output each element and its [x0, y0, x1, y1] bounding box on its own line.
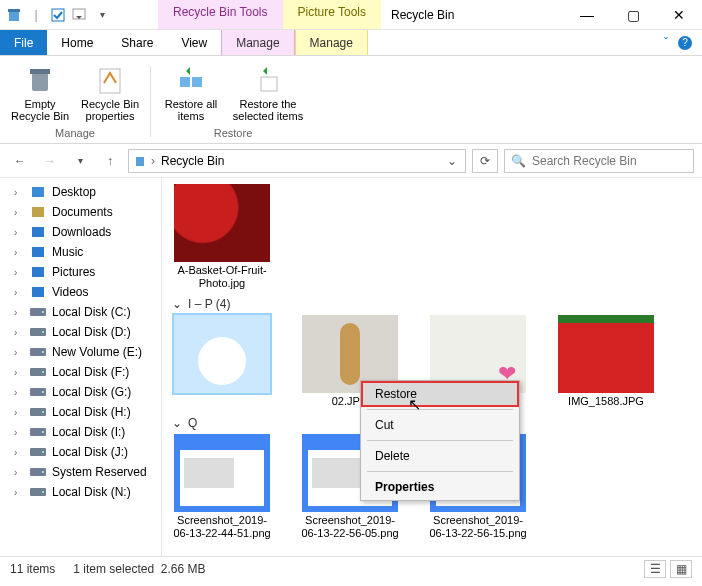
context-menu-cut[interactable]: Cut — [361, 412, 519, 438]
nav-item-desktop[interactable]: › Desktop — [0, 182, 161, 202]
nav-item-local-disk-g-[interactable]: › Local Disk (G:) — [0, 382, 161, 402]
nav-up-button[interactable]: ↑ — [98, 149, 122, 173]
nav-item-label: Local Disk (C:) — [52, 305, 131, 319]
close-button[interactable]: ✕ — [656, 0, 702, 29]
chevron-down-icon: ⌄ — [172, 416, 182, 430]
drive-icon — [30, 404, 46, 420]
qat-dropdown-icon[interactable] — [72, 7, 88, 23]
svg-rect-15 — [32, 267, 44, 277]
file-item[interactable]: IMG_1588.JPG — [556, 315, 656, 408]
maximize-button[interactable]: ▢ — [610, 0, 656, 29]
qat-separator: | — [28, 7, 44, 23]
address-dropdown-icon[interactable]: ⌄ — [443, 154, 461, 168]
view-details-button[interactable]: ☰ — [644, 560, 666, 578]
context-menu-delete[interactable]: Delete — [361, 443, 519, 469]
chevron-right-icon[interactable]: › — [14, 367, 24, 378]
properties-icon — [94, 64, 126, 96]
svg-rect-2 — [52, 9, 64, 21]
view-thumbnails-button[interactable]: ▦ — [670, 560, 692, 578]
chevron-down-icon: ⌄ — [172, 297, 182, 311]
svg-rect-5 — [30, 69, 50, 74]
chevron-right-icon[interactable]: › — [14, 227, 24, 238]
nav-item-local-disk-i-[interactable]: › Local Disk (I:) — [0, 422, 161, 442]
context-tab-picture: Picture Tools — [283, 0, 381, 29]
nav-item-label: Local Disk (I:) — [52, 425, 125, 439]
chevron-right-icon[interactable]: › — [14, 247, 24, 258]
nav-item-label: System Reserved — [52, 465, 147, 479]
svg-point-34 — [42, 471, 44, 473]
file-item[interactable]: Screenshot_2019-06-13-22-44-51.png — [172, 434, 272, 539]
nav-item-label: Desktop — [52, 185, 96, 199]
tab-view[interactable]: View — [167, 30, 221, 55]
chevron-right-icon[interactable]: › — [14, 347, 24, 358]
context-menu[interactable]: Restore Cut Delete Properties — [360, 380, 520, 501]
svg-rect-7 — [180, 77, 190, 87]
chevron-right-icon[interactable]: › — [14, 467, 24, 478]
restore-all-icon — [175, 64, 207, 96]
file-caption: Screenshot_2019-06-13-22-56-05.png — [300, 514, 400, 539]
nav-item-local-disk-n-[interactable]: › Local Disk (N:) — [0, 482, 161, 502]
search-input[interactable] — [532, 154, 687, 168]
nav-item-system-reserved[interactable]: › System Reserved — [0, 462, 161, 482]
nav-item-downloads[interactable]: › Downloads — [0, 222, 161, 242]
nav-item-local-disk-j-[interactable]: › Local Disk (J:) — [0, 442, 161, 462]
nav-item-label: Local Disk (H:) — [52, 405, 131, 419]
nav-recent-button[interactable]: ▾ — [68, 149, 92, 173]
svg-rect-16 — [32, 287, 44, 297]
group-header[interactable]: ⌄ I – P (4) — [172, 297, 692, 311]
nav-item-label: Local Disk (N:) — [52, 485, 131, 499]
chevron-right-icon[interactable]: › — [14, 407, 24, 418]
tab-file[interactable]: File — [0, 30, 47, 55]
nav-item-new-volume-e-[interactable]: › New Volume (E:) — [0, 342, 161, 362]
address-bar[interactable]: › Recycle Bin ⌄ — [128, 149, 466, 173]
svg-rect-14 — [32, 247, 44, 257]
tab-share[interactable]: Share — [107, 30, 167, 55]
nav-item-documents[interactable]: › Documents — [0, 202, 161, 222]
nav-item-local-disk-d-[interactable]: › Local Disk (D:) — [0, 322, 161, 342]
search-box[interactable]: 🔍 — [504, 149, 694, 173]
file-item[interactable]: A-Basket-Of-Fruit-Photo.jpg — [172, 184, 272, 289]
qat-customize-icon[interactable]: ▾ — [94, 7, 110, 23]
nav-item-label: Local Disk (G:) — [52, 385, 131, 399]
minimize-button[interactable]: ― — [564, 0, 610, 29]
recycle-bin-properties-button[interactable]: Recycle Bin properties — [78, 62, 142, 124]
music-icon — [30, 244, 46, 260]
chevron-right-icon[interactable]: › — [14, 287, 24, 298]
file-item[interactable] — [172, 315, 272, 408]
search-icon: 🔍 — [511, 154, 526, 168]
nav-item-local-disk-h-[interactable]: › Local Disk (H:) — [0, 402, 161, 422]
chevron-right-icon[interactable]: › — [14, 387, 24, 398]
empty-recycle-bin-button[interactable]: Empty Recycle Bin — [8, 62, 72, 124]
nav-item-pictures[interactable]: › Pictures — [0, 262, 161, 282]
nav-forward-button[interactable]: → — [38, 149, 62, 173]
address-chevron-icon[interactable]: › — [151, 154, 155, 168]
chevron-right-icon[interactable]: › — [14, 207, 24, 218]
nav-item-videos[interactable]: › Videos — [0, 282, 161, 302]
restore-selected-button[interactable]: Restore the selected items — [229, 62, 307, 124]
tab-home[interactable]: Home — [47, 30, 107, 55]
checkbox-icon[interactable] — [50, 7, 66, 23]
chevron-right-icon[interactable]: › — [14, 187, 24, 198]
tab-manage-recycle[interactable]: Manage — [221, 30, 294, 55]
chevron-right-icon[interactable]: › — [14, 447, 24, 458]
refresh-button[interactable]: ⟳ — [472, 149, 498, 173]
navigation-pane[interactable]: › Desktop› Documents› Downloads› Music› … — [0, 178, 162, 556]
file-list-pane[interactable]: A-Basket-Of-Fruit-Photo.jpg ⌄ I – P (4) … — [162, 178, 702, 556]
help-icon[interactable]: ? — [678, 36, 692, 50]
drive-icon — [30, 364, 46, 380]
chevron-right-icon[interactable]: › — [14, 267, 24, 278]
nav-item-music[interactable]: › Music — [0, 242, 161, 262]
nav-item-local-disk-c-[interactable]: › Local Disk (C:) — [0, 302, 161, 322]
address-crumb[interactable]: Recycle Bin — [159, 154, 226, 168]
restore-all-button[interactable]: Restore all items — [159, 62, 223, 124]
chevron-right-icon[interactable]: › — [14, 307, 24, 318]
nav-item-local-disk-f-[interactable]: › Local Disk (F:) — [0, 362, 161, 382]
context-menu-restore[interactable]: Restore — [361, 381, 519, 407]
tab-manage-picture[interactable]: Manage — [295, 30, 368, 55]
context-menu-properties[interactable]: Properties — [361, 474, 519, 500]
chevron-right-icon[interactable]: › — [14, 327, 24, 338]
chevron-right-icon[interactable]: › — [14, 427, 24, 438]
chevron-right-icon[interactable]: › — [14, 487, 24, 498]
ribbon-collapse-icon[interactable]: ˇ — [664, 36, 668, 50]
nav-back-button[interactable]: ← — [8, 149, 32, 173]
